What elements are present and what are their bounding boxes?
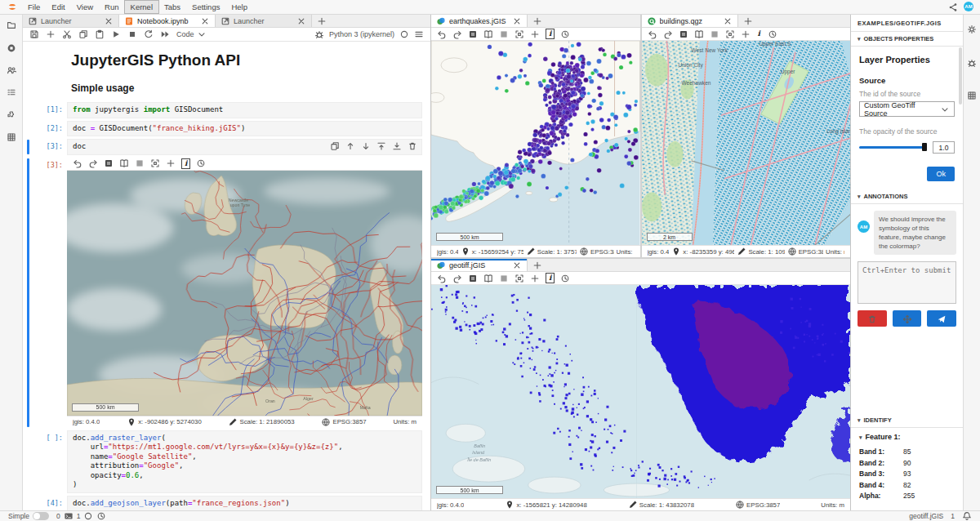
layers-book-icon[interactable]: [694, 29, 704, 39]
slider-knob[interactable]: [922, 143, 927, 151]
close-icon[interactable]: [512, 16, 522, 26]
notebook-menu-icon[interactable]: [414, 29, 424, 39]
undo-icon[interactable]: [437, 274, 447, 283]
undo-icon[interactable]: [73, 158, 82, 168]
close-icon[interactable]: [104, 16, 114, 26]
clock-icon[interactable]: [560, 29, 570, 39]
tab-launcher-1[interactable]: Launcher: [23, 15, 119, 27]
tab-buildings[interactable]: buildings.qgz: [642, 15, 738, 27]
user-avatar[interactable]: AM: [964, 2, 973, 11]
notification-count[interactable]: 1: [951, 512, 955, 520]
properties-icon[interactable]: [967, 24, 977, 34]
restart-icon[interactable]: [144, 29, 154, 39]
extent-icon[interactable]: [514, 29, 524, 39]
simple-mode-toggle[interactable]: [33, 512, 49, 520]
buildings-map[interactable]: West New YorkUnion CityWeehawkenUpper Ea…: [642, 41, 851, 245]
running-kernels-icon[interactable]: [7, 42, 16, 52]
new-tab-button[interactable]: [528, 259, 547, 271]
close-icon[interactable]: [723, 16, 733, 26]
add-icon[interactable]: [741, 29, 751, 39]
code-editor[interactable]: doc: [67, 139, 422, 155]
arrow-up-icon[interactable]: [345, 141, 355, 151]
close-icon[interactable]: [512, 260, 522, 270]
insert-cell-icon[interactable]: [46, 29, 56, 39]
redo-icon[interactable]: [452, 29, 462, 39]
menu-item-run[interactable]: Run: [99, 1, 124, 13]
section-identify[interactable]: IDENTIFY: [851, 413, 963, 428]
menu-item-settings[interactable]: Settings: [186, 1, 225, 13]
terminal-icon[interactable]: [64, 511, 74, 521]
menu-item-tabs[interactable]: Tabs: [158, 1, 186, 13]
extent-icon[interactable]: [150, 158, 160, 168]
tab-earthquakes[interactable]: earthquakes.jGIS: [431, 15, 528, 27]
geotiff-map[interactable]: BaffinIslandÎle de Baffin 500 km: [431, 285, 850, 498]
stop-icon[interactable]: [127, 29, 137, 39]
code-editor[interactable]: from jupytergis import GISDocument: [67, 102, 422, 118]
redo-icon[interactable]: [452, 274, 462, 283]
clock-icon[interactable]: [196, 158, 206, 168]
undo-icon[interactable]: [437, 29, 447, 39]
submit-annotation-button[interactable]: [927, 310, 956, 327]
paste-icon[interactable]: [95, 29, 105, 39]
redo-icon[interactable]: [663, 29, 673, 39]
code-editor[interactable]: doc.add_raster_layer( url="https://mt1.g…: [67, 430, 422, 493]
debugger-icon[interactable]: [314, 29, 324, 39]
section-objects-properties[interactable]: OBJECTS PROPERTIES: [851, 32, 963, 47]
new-tab-button[interactable]: [738, 15, 758, 27]
insert-above-icon[interactable]: [376, 141, 386, 151]
opacity-slider[interactable]: [859, 146, 927, 149]
panel-scrollbar[interactable]: [959, 47, 962, 105]
clock-icon[interactable]: [768, 29, 777, 39]
layers-book-icon[interactable]: [119, 158, 129, 168]
menu-item-help[interactable]: Help: [225, 1, 253, 13]
kernel-count[interactable]: 1: [77, 512, 81, 520]
menu-item-file[interactable]: File: [22, 1, 46, 13]
symbology-icon[interactable]: [468, 274, 478, 283]
kernel-icon[interactable]: [83, 511, 93, 521]
opacity-value[interactable]: 1.0: [933, 141, 955, 154]
delete-annotation-button[interactable]: [858, 310, 887, 327]
undo-icon[interactable]: [648, 29, 657, 39]
france-map[interactable]: Newcastleupon TyneOranAlgerMalta 500 km: [67, 171, 422, 416]
jgis-panel-icon[interactable]: [7, 132, 16, 142]
cut-icon[interactable]: [62, 29, 72, 39]
file-browser-icon[interactable]: [7, 20, 16, 30]
cell-type-select[interactable]: Code: [176, 29, 207, 39]
tab-geotiff[interactable]: geotiff.jGIS: [431, 259, 528, 271]
basemap-icon[interactable]: [499, 29, 509, 39]
extensions-icon[interactable]: [7, 109, 16, 119]
add-icon[interactable]: [530, 274, 540, 283]
restart-run-all-icon[interactable]: [160, 29, 170, 39]
feature-header[interactable]: Feature 1:: [859, 433, 955, 441]
center-annotation-button[interactable]: [893, 310, 922, 327]
copy-icon[interactable]: [78, 29, 88, 39]
extent-icon[interactable]: [725, 29, 735, 39]
basemap-icon[interactable]: [135, 158, 145, 168]
layers-book-icon[interactable]: [483, 29, 493, 39]
arrow-down-icon[interactable]: [361, 141, 371, 151]
share-icon[interactable]: [948, 2, 958, 11]
history-icon[interactable]: [96, 511, 106, 521]
source-select[interactable]: Custom GeoTiff Source: [859, 101, 955, 117]
insert-below-icon[interactable]: [392, 141, 402, 151]
collaboration-icon[interactable]: [7, 65, 16, 75]
menu-item-edit[interactable]: Edit: [46, 1, 70, 13]
extent-icon[interactable]: [514, 274, 524, 283]
identify-icon[interactable]: i: [546, 29, 555, 39]
symbology-icon[interactable]: [679, 29, 688, 39]
table-of-contents-icon[interactable]: [7, 87, 16, 97]
identify-panel-icon[interactable]: [967, 91, 977, 100]
add-icon[interactable]: [530, 29, 540, 39]
tab-launcher-2[interactable]: Launcher: [216, 15, 312, 27]
new-tab-button[interactable]: [312, 15, 332, 27]
code-editor[interactable]: doc = GISDocument("france_hiking.jGIS"): [67, 121, 422, 137]
clock-icon[interactable]: [560, 274, 570, 283]
new-tab-button[interactable]: [528, 15, 547, 27]
basemap-icon[interactable]: [710, 29, 719, 39]
symbology-icon[interactable]: [104, 158, 114, 168]
bell-icon[interactable]: [962, 511, 972, 521]
ok-button[interactable]: Ok: [927, 167, 955, 181]
code-editor[interactable]: doc.add_geojson_layer(path="france_regio…: [67, 496, 422, 511]
symbology-icon[interactable]: [468, 29, 478, 39]
debug-panel-icon[interactable]: [967, 57, 977, 67]
